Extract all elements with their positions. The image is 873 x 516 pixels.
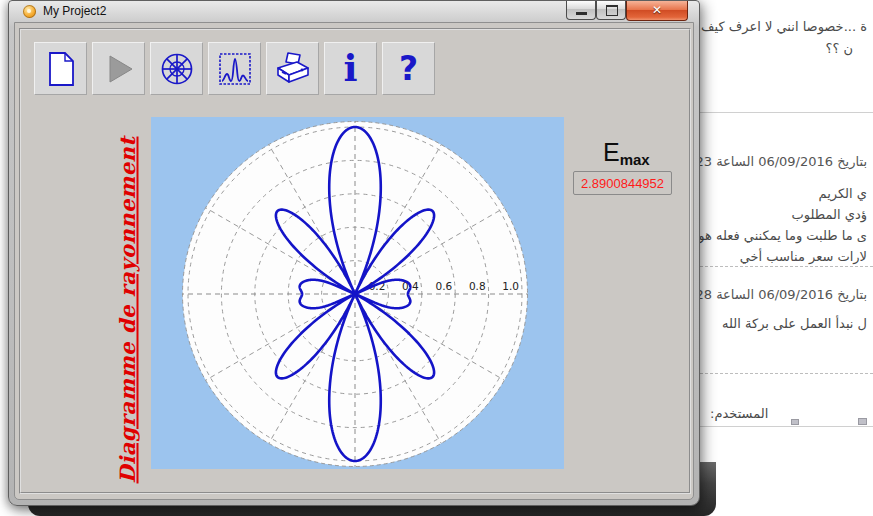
new-document-icon — [41, 49, 81, 89]
svg-text:0.8: 0.8 — [469, 280, 486, 292]
svg-text:1.0: 1.0 — [502, 280, 519, 292]
radiation-pattern-plot: 0.20.40.60.81.0 — [151, 117, 564, 469]
svg-text:0.6: 0.6 — [435, 280, 452, 292]
maximize-button[interactable] — [596, 1, 626, 20]
info-button[interactable]: i — [324, 42, 377, 95]
emax-value: 2.8900844952 — [581, 176, 664, 191]
print-button[interactable] — [266, 42, 319, 95]
pattern-curve-icon — [215, 49, 255, 89]
question-icon: ? — [399, 52, 418, 85]
emax-value-box: 2.8900844952 — [573, 171, 672, 195]
group-frame: i ? 0.20.40.60.81.0 Diagramme de rayonne… — [19, 28, 691, 494]
new-file-button[interactable] — [34, 42, 87, 95]
maximize-icon — [606, 5, 618, 16]
polar-plot-button[interactable] — [150, 42, 203, 95]
polar-grid-icon — [157, 49, 197, 89]
minimize-icon — [576, 12, 587, 15]
play-icon — [99, 49, 139, 89]
app-icon — [23, 5, 36, 18]
printer-icon — [273, 49, 313, 89]
page-glyph — [858, 418, 867, 425]
username-label: المستخدم: — [710, 406, 768, 421]
cartesian-plot-button[interactable] — [208, 42, 261, 95]
app-window: My Project2 ✕ — [8, 0, 700, 506]
minimize-button[interactable] — [566, 1, 596, 20]
info-icon: i — [343, 50, 357, 87]
client-area: i ? 0.20.40.60.81.0 Diagramme de rayonne… — [14, 22, 694, 500]
window-title: My Project2 — [43, 4, 106, 18]
run-button[interactable] — [92, 42, 145, 95]
emax-symbol: E — [603, 138, 620, 166]
polar-chart: 0.20.40.60.81.0 — [151, 117, 564, 469]
close-button[interactable]: ✕ — [626, 1, 688, 21]
title-bar[interactable]: My Project2 ✕ — [9, 1, 699, 22]
close-icon: ✕ — [627, 3, 687, 17]
help-button[interactable]: ? — [382, 42, 435, 95]
page-glyph — [791, 419, 799, 425]
emax-label: Emax — [603, 138, 650, 168]
plot-side-label: Diagramme de rayonnement — [115, 137, 140, 484]
emax-subscript: max — [620, 151, 650, 168]
